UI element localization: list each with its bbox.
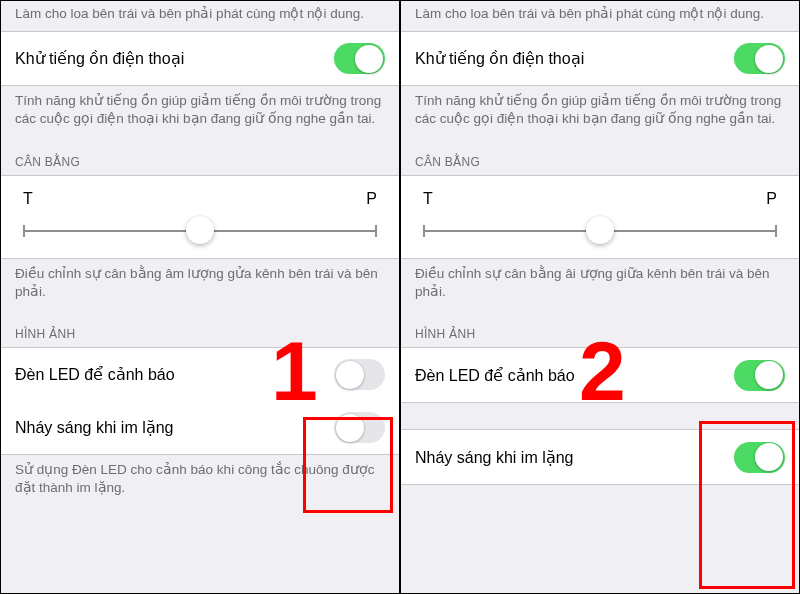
mono-audio-desc: Làm cho loa bên trái và bên phải phát cù… — [1, 1, 399, 31]
balance-block: T P — [1, 175, 399, 259]
balance-header: CÂN BẰNG — [401, 137, 799, 175]
balance-right-mark: P — [766, 190, 777, 208]
balance-slider[interactable] — [23, 222, 377, 240]
flash-silent-label: Nháy sáng khi im lặng — [15, 418, 174, 437]
comparison-wrapper: Làm cho loa bên trái và bên phải phát cù… — [0, 0, 800, 594]
balance-left-mark: T — [423, 190, 433, 208]
noise-cancel-cell[interactable]: Khử tiếng ồn điện thoại — [1, 31, 399, 86]
balance-slider[interactable] — [423, 222, 777, 240]
balance-block: T P — [401, 175, 799, 259]
led-alert-toggle[interactable] — [334, 359, 385, 390]
noise-cancel-label: Khử tiếng ồn điện thoại — [15, 49, 184, 68]
balance-header: CÂN BẰNG — [1, 137, 399, 175]
balance-slider-thumb[interactable] — [186, 216, 214, 244]
balance-desc: Điều chỉnh sự cân bằng âi ượng giữa kênh… — [401, 259, 799, 309]
led-alert-toggle[interactable] — [734, 360, 785, 391]
noise-cancel-label: Khử tiếng ồn điện thoại — [415, 49, 584, 68]
noise-cancel-desc: Tính năng khử tiếng ồn giúp giảm tiếng ồ… — [401, 86, 799, 136]
balance-left-mark: T — [23, 190, 33, 208]
noise-cancel-toggle[interactable] — [334, 43, 385, 74]
image-header: HÌNH ẢNH — [401, 309, 799, 347]
led-alert-label: Đèn LED để cảnh báo — [415, 366, 575, 385]
led-desc: Sử dụng Đèn LED cho cảnh báo khi công tắ… — [1, 455, 399, 505]
panel-right: Làm cho loa bên trái và bên phải phát cù… — [399, 1, 799, 593]
mono-audio-desc: Làm cho loa bên trái và bên phải phát cù… — [401, 1, 799, 31]
flash-silent-cell[interactable]: Nháy sáng khi im lặng — [401, 429, 799, 485]
led-alert-cell[interactable]: Đèn LED để cảnh báo — [401, 347, 799, 403]
panel-left: Làm cho loa bên trái và bên phải phát cù… — [1, 1, 399, 593]
flash-silent-toggle[interactable] — [334, 412, 385, 443]
flash-silent-cell[interactable]: Nháy sáng khi im lặng — [1, 401, 399, 455]
led-alert-label: Đèn LED để cảnh báo — [15, 365, 175, 384]
led-alert-cell[interactable]: Đèn LED để cảnh báo — [1, 347, 399, 402]
noise-cancel-cell[interactable]: Khử tiếng ồn điện thoại — [401, 31, 799, 86]
flash-silent-toggle[interactable] — [734, 442, 785, 473]
balance-slider-thumb[interactable] — [586, 216, 614, 244]
flash-silent-label: Nháy sáng khi im lặng — [415, 448, 574, 467]
noise-cancel-desc: Tính năng khử tiếng ồn giúp giảm tiếng ồ… — [1, 86, 399, 136]
image-header: HÌNH ẢNH — [1, 309, 399, 347]
noise-cancel-toggle[interactable] — [734, 43, 785, 74]
balance-desc: Điều chỉnh sự cân bằng âm lượng gửa kênh… — [1, 259, 399, 309]
balance-right-mark: P — [366, 190, 377, 208]
